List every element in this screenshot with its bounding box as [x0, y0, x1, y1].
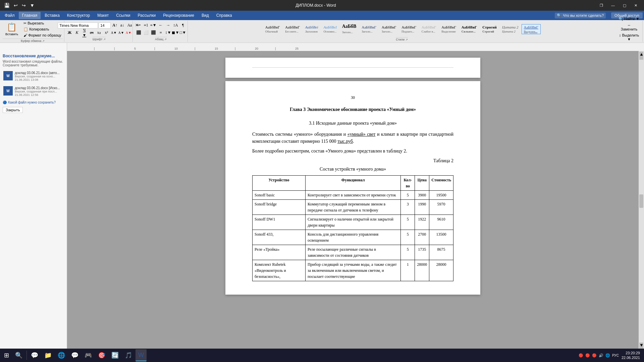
- undo-icon[interactable]: ↩: [12, 2, 19, 9]
- justify-button[interactable]: ≡: [157, 29, 164, 36]
- replace-button[interactable]: ↔ Заменить: [617, 22, 641, 32]
- subscript-button[interactable]: х₂: [96, 29, 102, 36]
- document-page-main[interactable]: 30 Глава 3 Экономическое обоснование про…: [225, 81, 480, 295]
- style-subheading[interactable]: АаБбВвГПодзаго...: [399, 24, 418, 34]
- close-sidebar-button[interactable]: Закрыть: [3, 107, 23, 113]
- taskbar-app-whatsapp[interactable]: 💬: [68, 349, 81, 361]
- menu-insert[interactable]: Вставка: [41, 12, 63, 19]
- text-effects-button[interactable]: А▼: [110, 29, 117, 36]
- customize-icon[interactable]: ▼: [29, 2, 36, 9]
- align-right-button[interactable]: ⬛: [150, 29, 157, 36]
- style-normal[interactable]: АаБбВвГОбычный: [263, 24, 282, 34]
- search-button[interactable]: 🔍: [12, 349, 25, 361]
- redo-icon[interactable]: ↪: [20, 2, 27, 9]
- taskbar-app-unknown1[interactable]: 🎮: [82, 349, 95, 361]
- help-link[interactable]: 🔵 Какой файл нужно сохранить?: [3, 101, 64, 104]
- menu-layout[interactable]: Макет: [94, 12, 112, 19]
- align-center-button[interactable]: ⬜: [143, 29, 149, 36]
- clipboard-label: Буфер обмена ↗: [3, 39, 63, 43]
- bullets-button[interactable]: ≡•: [135, 22, 142, 29]
- select-button[interactable]: ↕ Выделить ▼: [617, 33, 641, 42]
- decrease-indent-button[interactable]: ←: [157, 22, 164, 29]
- font-color-button[interactable]: А▼: [125, 29, 132, 36]
- tray-icon-2[interactable]: 🔴: [585, 353, 590, 358]
- style-weak[interactable]: АаБбВвГЗаголо...: [379, 24, 398, 34]
- volume-icon[interactable]: 🔊: [599, 353, 603, 358]
- col-price: Цена: [415, 176, 429, 191]
- style-weak-emphasis[interactable]: АаБбВвГСлабое в...: [419, 24, 438, 34]
- superscript-button[interactable]: х²: [103, 29, 110, 36]
- style-no-spacing[interactable]: АаБбВвГБез инте...: [283, 24, 302, 34]
- taskbar-app-explorer[interactable]: 📁: [42, 349, 54, 361]
- menu-view[interactable]: Вид: [198, 12, 212, 19]
- numbering-button[interactable]: ≡1: [143, 22, 149, 29]
- sort-button[interactable]: ↕A: [172, 22, 179, 29]
- cost-sonoff-basic: 19500: [429, 191, 453, 200]
- font-shrink-button[interactable]: a↓: [119, 22, 125, 29]
- scroll-thumb[interactable]: [639, 194, 643, 208]
- keyboard-icon[interactable]: РУС: [612, 354, 619, 357]
- style-heading2[interactable]: АаБбВеIОсновно...: [321, 24, 339, 34]
- style-strict[interactable]: СтрогийСтрогий: [480, 24, 499, 34]
- close-button[interactable]: ✕: [630, 2, 641, 9]
- show-marks-button[interactable]: ¶: [179, 22, 186, 29]
- cost-rubetek: 28000: [429, 260, 453, 281]
- style-quote2[interactable]: Цитата 2Цитата 2: [500, 24, 521, 34]
- italic-button[interactable]: К: [73, 29, 80, 36]
- font-grow-button[interactable]: A↑: [111, 22, 118, 29]
- style-selected[interactable]: АаБбВвГВыделен...: [522, 24, 541, 34]
- highlight-button[interactable]: А▼: [118, 29, 124, 36]
- align-left-button[interactable]: ⬛: [135, 29, 142, 36]
- taskbar-app-unknown2[interactable]: 🔄: [109, 349, 121, 361]
- font-name-input[interactable]: [58, 22, 98, 28]
- doc-item-2[interactable]: W доклад 03.06.21.docx [Иско... Версия, …: [3, 85, 64, 97]
- minimize-button[interactable]: —: [607, 2, 619, 9]
- menu-review[interactable]: Рецензирование: [160, 12, 198, 19]
- clock[interactable]: 23:20:29 22.06.2021: [622, 351, 640, 360]
- paste-button[interactable]: 📋 Вставить: [3, 21, 21, 37]
- bold-button[interactable]: Ж: [66, 29, 73, 36]
- doc-item-1[interactable]: W доклад 03.06.21.docx (авто... Версия, …: [3, 70, 64, 82]
- tray-icon-3[interactable]: 🔴: [592, 353, 597, 358]
- cut-button[interactable]: ✂ Вырезать: [22, 20, 63, 26]
- taskbar-app-spotify[interactable]: 🎵: [122, 349, 135, 361]
- font-size-input[interactable]: [99, 22, 111, 28]
- document-area[interactable]: 30 Глава 3 Экономическое обоснование про…: [67, 51, 639, 351]
- scroll-up-button[interactable]: ▲: [639, 52, 643, 60]
- line-spacing-button[interactable]: ↕▼: [165, 29, 171, 36]
- menu-home[interactable]: Главная: [19, 12, 41, 19]
- multilevel-button[interactable]: ≡▼: [150, 22, 157, 29]
- borders-button[interactable]: □▼: [179, 29, 186, 36]
- restore-window-icon[interactable]: ❐: [596, 2, 607, 9]
- menu-constructor[interactable]: Конструктор: [64, 12, 93, 19]
- taskbar-app-browser[interactable]: 🌐: [55, 349, 68, 361]
- change-case-button[interactable]: Аа: [126, 22, 133, 29]
- menu-file[interactable]: Файл: [1, 12, 18, 19]
- menu-mailings[interactable]: Рассылки: [134, 12, 159, 19]
- increase-indent-button[interactable]: →: [165, 22, 171, 29]
- copy-button[interactable]: 📋 Копировать: [22, 26, 63, 32]
- tray-icon-1[interactable]: 🔴: [579, 353, 583, 358]
- search-box[interactable]: 🔍 Что вы хотите сделать?: [555, 13, 606, 18]
- style-heading1[interactable]: АаБбВеіЗаголовок: [303, 24, 321, 34]
- style-title[interactable]: АаБбВЗаголо...: [340, 23, 359, 36]
- menu-references[interactable]: Ссылки: [113, 12, 133, 19]
- menu-help[interactable]: Справка: [213, 12, 235, 19]
- find-button[interactable]: 🔍 Найти ▼: [617, 16, 641, 22]
- start-button[interactable]: ⊞: [1, 349, 12, 361]
- taskbar-app-messenger[interactable]: 💬: [28, 349, 41, 361]
- taskbar-app-steam[interactable]: 🎯: [95, 349, 108, 361]
- save-icon[interactable]: 💾: [3, 2, 11, 9]
- style-emphasis[interactable]: АаБбВвГВыделение: [439, 24, 458, 34]
- style-subtitle[interactable]: АаБбВвГЗаголо...: [359, 24, 378, 34]
- network-icon[interactable]: 🌐: [605, 353, 610, 358]
- format-painter-button[interactable]: 🖌 Формат по образцу: [22, 33, 63, 38]
- vertical-scrollbar[interactable]: ▲ ▼: [639, 51, 644, 351]
- col-qty: Кол-во: [401, 176, 415, 191]
- style-strong[interactable]: АаБбВвГСильное...: [459, 24, 479, 34]
- strikethrough-button[interactable]: ач: [88, 29, 95, 36]
- maximize-button[interactable]: ▢: [619, 2, 630, 9]
- underline-button[interactable]: Ч ▼: [81, 29, 88, 36]
- taskbar-app-word[interactable]: W: [136, 349, 147, 361]
- shading-button[interactable]: ◼▼: [172, 29, 179, 36]
